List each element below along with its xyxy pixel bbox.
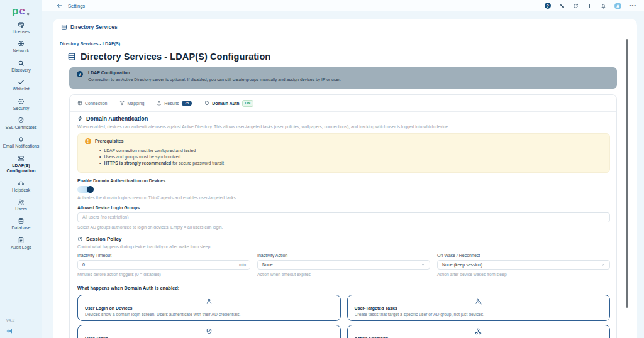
refresh-icon[interactable] bbox=[573, 3, 579, 9]
prerequisites-title: Prerequisites bbox=[95, 138, 124, 144]
sidebar-item-licenses[interactable]: Licenses bbox=[0, 19, 42, 38]
logo-letter-c: c bbox=[19, 5, 24, 18]
sidebar-item-users[interactable]: Users bbox=[0, 196, 42, 215]
tab-results[interactable]: Results 75 bbox=[157, 101, 192, 106]
breadcrumb[interactable]: Directory Services - LDAP(S) bbox=[60, 41, 637, 46]
enable-domain-auth-label: Enable Domain Authentication on Devices bbox=[77, 178, 609, 183]
tab-label: Domain Auth bbox=[212, 101, 239, 106]
allowed-groups-input[interactable] bbox=[77, 212, 610, 222]
sidebar-item-label: Database bbox=[12, 226, 31, 231]
help-icon[interactable]: ? bbox=[545, 3, 551, 9]
feature-card-user-targeted-tasks: User-Targeted Tasks Create tasks that ta… bbox=[347, 295, 611, 321]
back-button[interactable]: Settings bbox=[57, 3, 85, 9]
sidebar-item-ldap-configuration[interactable]: LDAP(S) Configuration bbox=[0, 153, 42, 177]
field-helper: Action when timeout expires bbox=[257, 272, 430, 276]
field-helper: Minutes before action triggers (0 = disa… bbox=[77, 272, 250, 276]
shield-check-icon bbox=[18, 98, 25, 105]
sidebar: pc Licenses Network Discovery Whitelist bbox=[0, 0, 42, 338]
prerequisites-box: ! Prerequisites LDAP connection must be … bbox=[77, 133, 610, 173]
feature-title: Active Sessions bbox=[355, 336, 603, 338]
feature-title: User Tasks bbox=[85, 336, 333, 338]
tab-domain-auth[interactable]: Domain Auth ON bbox=[204, 100, 253, 107]
sidebar-expand-button[interactable] bbox=[6, 328, 14, 334]
tab-connection[interactable]: Connection bbox=[77, 101, 107, 106]
directory-services-icon bbox=[61, 24, 67, 30]
inactivity-action-field: Inactivity Action None Action when timeo… bbox=[257, 253, 430, 276]
enable-domain-auth-toggle[interactable] bbox=[77, 186, 94, 193]
page-title-row: Directory Services - LDAP(S) Configurati… bbox=[67, 52, 637, 62]
sidebar-item-whitelist[interactable]: Whitelist bbox=[0, 76, 42, 95]
feature-description: Devices show a domain login screen. User… bbox=[85, 312, 333, 317]
section-header: Directory Services bbox=[61, 24, 627, 35]
server-list-icon bbox=[67, 52, 76, 61]
chevron-down-icon bbox=[421, 263, 425, 267]
audit-log-icon bbox=[18, 237, 25, 244]
inactivity-timeout-input[interactable] bbox=[78, 261, 235, 269]
back-arrow-icon bbox=[57, 3, 63, 9]
sidebar-item-ssl-certificates[interactable]: SSL Certificates bbox=[0, 114, 42, 133]
minutes-suffix: min bbox=[235, 261, 250, 269]
sidebar-item-label: Email Notifications bbox=[3, 144, 40, 149]
topbar: Settings ? ••• bbox=[42, 0, 644, 11]
connection-icon bbox=[77, 101, 82, 106]
sidebar-item-label: Audit Logs bbox=[11, 245, 31, 250]
session-policy-fields: Inactivity Timeout min Minutes before ac… bbox=[77, 253, 610, 276]
field-helper: Action after device wakes from sleep bbox=[437, 272, 610, 276]
content-panel: Directory Services Directory Services - … bbox=[53, 19, 637, 338]
tab-mapping[interactable]: Mapping bbox=[119, 101, 144, 106]
sidebar-item-network[interactable]: Network bbox=[0, 38, 42, 57]
mapping-nodes-icon bbox=[119, 101, 125, 106]
toggle-knob bbox=[87, 186, 94, 193]
lightning-icon bbox=[77, 116, 83, 121]
feature-card-active-sessions: Active Sessions See which user is logged… bbox=[347, 325, 611, 338]
server-icon bbox=[18, 155, 25, 162]
page-title: Directory Services - LDAP(S) Configurati… bbox=[80, 52, 270, 62]
sidebar-item-label: LDAP(S) Configuration bbox=[1, 163, 41, 174]
add-icon[interactable] bbox=[587, 3, 592, 9]
users-icon bbox=[18, 199, 25, 205]
app-logo[interactable]: pc bbox=[12, 3, 30, 18]
session-policy-description: Control what happens during device inact… bbox=[77, 244, 609, 249]
on-wake-field: On Wake / Reconnect None (keep session) … bbox=[437, 253, 610, 276]
notifications-bell-icon[interactable] bbox=[601, 3, 606, 9]
sidebar-item-database[interactable]: Database bbox=[0, 215, 42, 234]
sidebar-footer: v4.2 bbox=[6, 318, 14, 334]
chevron-down-icon bbox=[601, 263, 605, 267]
feature-title: User-Targeted Tasks bbox=[355, 306, 603, 310]
check-icon bbox=[18, 79, 25, 85]
inactivity-timeout-field: Inactivity Timeout min Minutes before ac… bbox=[77, 253, 250, 276]
certificate-shield-icon bbox=[18, 117, 25, 124]
field-label: On Wake / Reconnect bbox=[437, 253, 610, 258]
topbar-title: Settings bbox=[68, 3, 85, 9]
app-window: pc Licenses Network Discovery Whitelist bbox=[0, 0, 644, 338]
user-icon bbox=[85, 298, 333, 305]
prerequisite-item: Users and groups must be synchronized bbox=[99, 154, 602, 160]
domain-auth-title: Domain Authentication bbox=[86, 116, 148, 122]
results-count-badge: 75 bbox=[182, 101, 192, 106]
logo-letter-p: p bbox=[12, 5, 18, 18]
sidebar-item-email-notifications[interactable]: Email Notifications bbox=[0, 133, 42, 152]
features-heading: What happens when Domain Auth is enabled… bbox=[77, 285, 609, 291]
sidebar-item-discovery[interactable]: Discovery bbox=[0, 57, 42, 76]
content-scrollbar[interactable] bbox=[626, 39, 628, 308]
hierarchy-icon bbox=[355, 328, 603, 335]
sidebar-item-audit-logs[interactable]: Audit Logs bbox=[0, 234, 42, 253]
search-icon bbox=[18, 60, 25, 67]
on-wake-select[interactable]: None (keep session) bbox=[437, 260, 610, 270]
more-menu-icon[interactable]: ••• bbox=[630, 3, 636, 8]
tab-bar: Connection Mapping Results 75 Domain Aut… bbox=[70, 95, 616, 112]
feature-description: Create tasks that target a specific user… bbox=[355, 312, 603, 317]
sidebar-item-label: SSL Certificates bbox=[6, 125, 37, 130]
config-card: Connection Mapping Results 75 Domain Aut… bbox=[69, 94, 617, 338]
allowed-groups-label: Allowed Device Login Groups bbox=[77, 205, 609, 210]
feature-card-user-login: User Login on Devices Devices show a dom… bbox=[77, 295, 341, 321]
info-icon: i bbox=[77, 71, 83, 77]
user-avatar[interactable] bbox=[614, 3, 621, 9]
warning-icon: ! bbox=[85, 138, 91, 144]
inactivity-action-select[interactable]: None bbox=[257, 260, 430, 270]
field-label: Inactivity Timeout bbox=[77, 253, 250, 258]
sidebar-item-helpdesk[interactable]: Helpdesk bbox=[0, 177, 42, 196]
sidebar-item-security[interactable]: Security bbox=[0, 95, 42, 114]
prerequisite-item: LDAP connection must be configured and t… bbox=[99, 148, 602, 154]
collapse-icon[interactable] bbox=[559, 3, 565, 9]
